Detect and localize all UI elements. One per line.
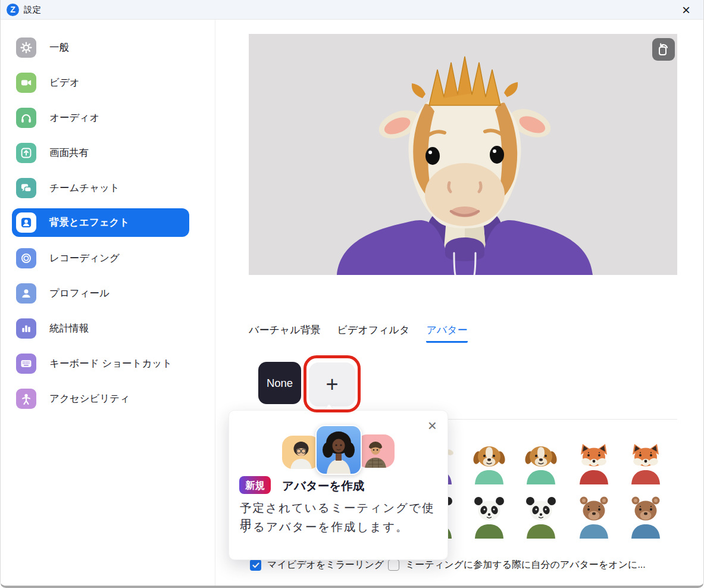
sidebar-item-audio[interactable]: オーディオ	[12, 104, 189, 132]
accessibility-icon	[16, 389, 36, 409]
avatar-option-panda-hoodie[interactable]	[468, 492, 510, 539]
popup-close-button[interactable]: ×	[428, 418, 437, 433]
sidebar-item-label: レコーディング	[49, 252, 120, 265]
sidebar-item-accessibility[interactable]: アクセシビリティ	[12, 384, 189, 413]
keyboard-icon	[16, 354, 36, 374]
background-effects-icon	[16, 212, 36, 233]
sidebar-item-label: プロフィール	[49, 287, 109, 300]
screen-share-icon	[16, 143, 36, 163]
sample-avatar-left	[282, 436, 320, 469]
add-avatar-button[interactable]: +	[309, 362, 355, 406]
sidebar-item-keyboard-shortcuts[interactable]: キーボード ショートカット	[12, 349, 189, 378]
sidebar-item-general[interactable]: 一般	[12, 33, 189, 62]
sidebar-item-recording[interactable]: レコーディング	[12, 244, 189, 273]
video-preview	[249, 34, 677, 275]
sidebar-item-screen-share[interactable]: 画面共有	[12, 139, 189, 167]
zoom-logo-icon: Z	[7, 4, 19, 16]
rotate-device-icon	[656, 42, 671, 57]
plus-icon: +	[326, 372, 338, 396]
tab-avatar[interactable]: アバター	[426, 323, 467, 343]
sidebar-item-label: 統計情報	[49, 322, 89, 335]
sidebar-item-label: アクセシビリティ	[49, 392, 130, 405]
tab-virtual-background[interactable]: バーチャル背景	[249, 323, 321, 343]
sidebar-item-label: ビデオ	[49, 76, 80, 89]
sidebar-item-background-effects[interactable]: 背景とエフェクト	[12, 208, 189, 237]
avatar-option-dog-shirt[interactable]	[520, 438, 562, 484]
sidebar-item-label: 画面共有	[49, 146, 89, 159]
avatar-option-fox-hoodie[interactable]	[573, 438, 615, 484]
sidebar-item-video[interactable]: ビデオ	[12, 68, 189, 97]
sidebar-item-label: 一般	[49, 41, 69, 54]
avatar-on-join-checkbox[interactable]	[388, 559, 399, 571]
sidebar-item-statistics[interactable]: 統計情報	[12, 314, 189, 343]
popup-title: アバターを作成	[282, 478, 364, 494]
sidebar-item-label: キーボード ショートカット	[49, 357, 172, 370]
mirror-video-label: マイビデオをミラーリング	[267, 559, 384, 571]
sidebar-item-label: オーディオ	[49, 111, 99, 124]
main-content: バーチャル背景 ビデオフィルタ アバター None +	[215, 20, 703, 586]
headphones-icon	[16, 108, 36, 128]
sidebar-item-profile[interactable]: プロフィール	[12, 279, 189, 308]
avatar-on-join-option: ミーティングに参加する際に自分のアバターをオンに...	[388, 559, 646, 571]
mirror-video-option: マイビデオをミラーリング	[250, 559, 384, 571]
sidebar-item-label: 背景とエフェクト	[49, 216, 129, 229]
effects-tabs: バーチャル背景 ビデオフィルタ アバター	[249, 323, 468, 343]
cow-avatar-preview	[249, 34, 677, 275]
chat-icon	[16, 178, 36, 198]
sample-avatar-right	[356, 434, 395, 468]
avatar-option-fox-shirt[interactable]	[625, 438, 667, 484]
avatar-option-bear-shirt[interactable]	[625, 492, 667, 539]
window-title: 設定	[24, 4, 41, 15]
mirror-video-checkbox[interactable]	[250, 559, 261, 571]
settings-window: Z 設定 × 一般 ビデオ オーディオ 画面共有	[0, 0, 704, 588]
sidebar-item-label: チームチャット	[49, 182, 120, 195]
popup-description-line2: するアバターを作成します。	[240, 519, 440, 535]
avatar-option-dog-hoodie[interactable]	[468, 438, 510, 484]
avatar-on-join-label: ミーティングに参加する際に自分のアバターをオンに...	[405, 559, 646, 571]
title-bar: Z 設定 ×	[1, 0, 703, 20]
sample-avatar-center	[315, 425, 362, 475]
new-badge: 新規	[239, 476, 271, 494]
avatar-none-button[interactable]: None	[258, 362, 301, 404]
avatar-option-panda-shirt[interactable]	[520, 492, 562, 539]
tab-video-filter[interactable]: ビデオフィルタ	[337, 323, 410, 343]
create-avatar-popup: ×	[229, 410, 448, 560]
gear-icon	[16, 37, 36, 58]
video-camera-icon	[16, 73, 36, 93]
settings-sidebar: 一般 ビデオ オーディオ 画面共有 チームチャット	[1, 20, 215, 586]
rotate-avatar-button[interactable]	[652, 38, 675, 61]
check-icon	[252, 562, 259, 568]
sidebar-item-team-chat[interactable]: チームチャット	[12, 174, 189, 202]
record-icon	[16, 248, 36, 268]
avatar-option-bear-hoodie[interactable]	[573, 492, 615, 539]
profile-icon	[16, 283, 36, 304]
window-close-button[interactable]: ×	[676, 0, 696, 20]
stats-icon	[16, 318, 36, 339]
